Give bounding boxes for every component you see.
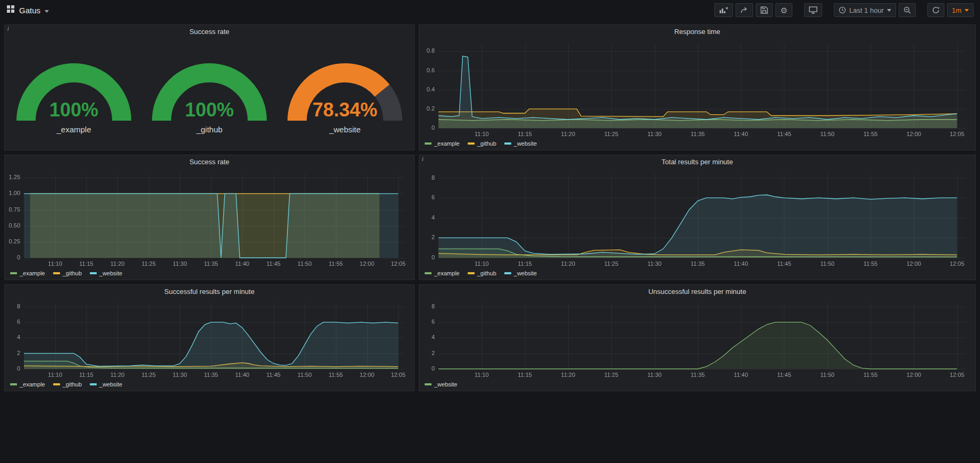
legend-series-icon bbox=[90, 383, 97, 385]
nav-actions: ⚙ Last 1 hour 1m bbox=[714, 3, 974, 17]
legend-item-website[interactable]: _website bbox=[90, 381, 122, 388]
panel-title[interactable]: Success rate bbox=[5, 25, 414, 38]
refresh-interval-label: 1m bbox=[952, 6, 961, 14]
info-corner-icon[interactable]: i bbox=[7, 26, 9, 32]
legend-item-website[interactable]: _website bbox=[504, 270, 537, 276]
legend-series-icon bbox=[425, 142, 432, 145]
gauge-value: 100% bbox=[49, 99, 98, 121]
zoom-out-button[interactable] bbox=[899, 3, 916, 17]
chart-area bbox=[419, 169, 975, 270]
refresh-button[interactable] bbox=[927, 3, 944, 17]
legend-series-icon bbox=[53, 272, 60, 274]
panel-title[interactable]: Response time bbox=[419, 25, 975, 38]
navbar: Gatus ⚙ Last 1 hour bbox=[0, 0, 980, 20]
legend: _website bbox=[419, 381, 975, 391]
panel-total-results: i Total results per minute _example_gith… bbox=[419, 155, 976, 280]
legend-series-label: _website bbox=[434, 381, 457, 388]
refresh-interval-picker[interactable]: 1m bbox=[947, 3, 974, 17]
share-icon bbox=[740, 6, 748, 14]
cycle-view-button[interactable] bbox=[804, 3, 822, 17]
add-panel-icon bbox=[719, 6, 728, 14]
refresh-icon bbox=[932, 6, 940, 14]
gauge-arc: 100% bbox=[7, 53, 140, 122]
total-results-chart[interactable] bbox=[419, 169, 975, 270]
legend-item-example[interactable]: _example bbox=[425, 270, 460, 276]
chart-area bbox=[419, 298, 975, 381]
panel-title[interactable]: Unsuccessful results per minute bbox=[419, 285, 975, 298]
chevron-down-icon bbox=[965, 9, 969, 12]
legend-series-label: _github bbox=[477, 140, 496, 147]
legend-series-label: _example bbox=[20, 270, 45, 276]
gauge-value: 78.34% bbox=[312, 99, 377, 121]
legend: _example_github_website bbox=[5, 381, 414, 391]
successful-results-chart[interactable] bbox=[5, 298, 414, 381]
legend-series-icon bbox=[504, 142, 511, 145]
clock-icon bbox=[839, 6, 846, 14]
chart-area bbox=[5, 169, 414, 270]
legend-item-github[interactable]: _github bbox=[53, 270, 82, 276]
time-range-label: Last 1 hour bbox=[849, 6, 884, 14]
share-button[interactable] bbox=[736, 3, 753, 17]
legend-series-icon bbox=[90, 272, 97, 274]
legend-series-label: _website bbox=[99, 270, 122, 276]
panel-title[interactable]: Total results per minute bbox=[419, 155, 975, 169]
legend-series-label: _github bbox=[477, 270, 496, 276]
legend-series-icon bbox=[468, 142, 475, 145]
nav-left: Gatus bbox=[6, 5, 49, 15]
legend-item-website[interactable]: _website bbox=[425, 381, 457, 388]
dashboards-grid-icon[interactable] bbox=[6, 5, 15, 15]
save-icon bbox=[761, 6, 768, 14]
settings-button[interactable]: ⚙ bbox=[775, 3, 792, 17]
dashboard-title[interactable]: Gatus bbox=[19, 6, 40, 15]
legend-series-label: _github bbox=[63, 381, 82, 388]
legend-item-example[interactable]: _example bbox=[425, 140, 460, 147]
monitor-icon bbox=[809, 6, 817, 14]
gauge-arc: 78.34% bbox=[278, 53, 411, 122]
legend-series-label: _github bbox=[63, 270, 82, 276]
chart-area bbox=[419, 38, 975, 140]
chart-area bbox=[5, 298, 414, 381]
response-time-chart[interactable] bbox=[419, 38, 975, 140]
legend-series-icon bbox=[425, 383, 432, 385]
legend-series-icon bbox=[468, 272, 475, 274]
legend-series-label: _example bbox=[434, 140, 460, 147]
legend-series-label: _website bbox=[99, 381, 122, 388]
success-rate-chart[interactable] bbox=[5, 169, 414, 270]
panel-title[interactable]: Success rate bbox=[5, 155, 414, 169]
panel-title[interactable]: Successful results per minute bbox=[5, 285, 414, 298]
gauge-arc: 100% bbox=[143, 53, 276, 122]
legend-item-github[interactable]: _github bbox=[53, 381, 82, 388]
legend-series-icon bbox=[425, 272, 432, 274]
save-button[interactable] bbox=[756, 3, 773, 17]
gauge-title: _website bbox=[329, 125, 360, 134]
legend-item-website[interactable]: _website bbox=[504, 140, 537, 147]
legend-series-icon bbox=[10, 272, 17, 274]
legend-item-example[interactable]: _example bbox=[10, 270, 45, 276]
legend-item-github[interactable]: _github bbox=[468, 140, 496, 147]
legend-item-website[interactable]: _website bbox=[90, 270, 122, 276]
panel-unsuccessful-results: Unsuccessful results per minute _website bbox=[419, 284, 976, 391]
gauge-row: 100%_example100%_github78.34%_website bbox=[5, 38, 414, 150]
chevron-down-icon[interactable] bbox=[45, 5, 49, 15]
dashboard-grid: i Success rate 100%_example100%_github78… bbox=[0, 20, 980, 395]
gauge-title: _github bbox=[196, 125, 222, 134]
gear-icon: ⚙ bbox=[780, 6, 787, 14]
add-panel-button[interactable] bbox=[714, 3, 733, 17]
legend-series-label: _website bbox=[514, 140, 537, 147]
legend-series-icon bbox=[504, 272, 511, 274]
unsuccessful-results-chart[interactable] bbox=[419, 298, 975, 381]
panel-successful-results: Successful results per minute _example_g… bbox=[4, 284, 415, 391]
legend-item-example[interactable]: _example bbox=[10, 381, 45, 388]
gauge-value: 100% bbox=[185, 99, 234, 121]
info-corner-icon[interactable]: i bbox=[422, 156, 423, 162]
panel-success-rate-graph: Success rate _example_github_website bbox=[4, 155, 415, 280]
legend-series-label: _website bbox=[514, 270, 537, 276]
legend-series-label: _example bbox=[434, 270, 460, 276]
legend-series-icon bbox=[53, 383, 60, 385]
legend-item-github[interactable]: _github bbox=[468, 270, 496, 276]
gauge-website: 78.34%_website bbox=[278, 53, 411, 134]
legend-series-label: _example bbox=[20, 381, 45, 388]
time-range-picker[interactable]: Last 1 hour bbox=[834, 3, 896, 17]
legend: _example_github_website bbox=[5, 270, 414, 280]
legend: _example_github_website bbox=[419, 270, 975, 280]
